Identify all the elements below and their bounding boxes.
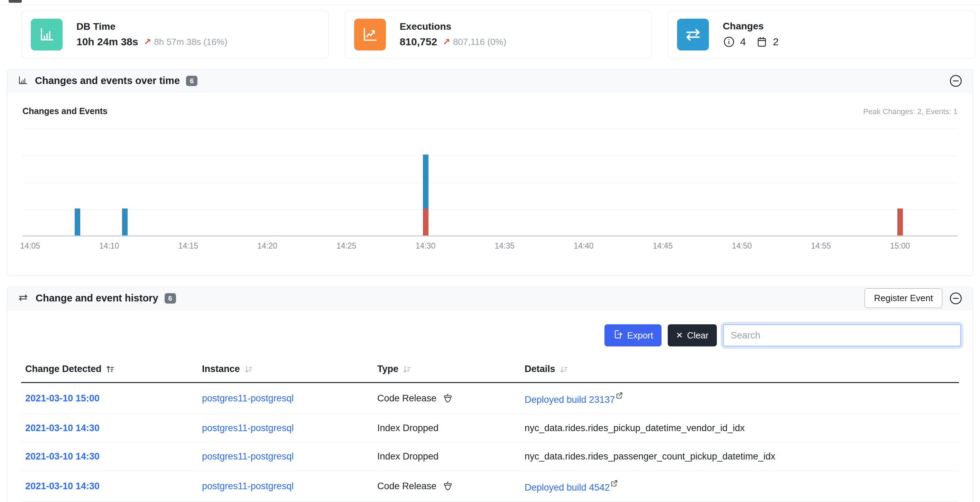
count-badge: 6: [165, 293, 176, 303]
x-tick-label: 14:25: [336, 241, 356, 251]
card-value: 10h 24m 38s: [76, 36, 138, 48]
chart-gridline: [22, 129, 958, 129]
card-title: DB Time: [76, 21, 228, 32]
bar-chart-icon: [31, 19, 63, 51]
collapse-panel-button[interactable]: [948, 291, 963, 306]
stat-card-executions: Executions 810,752 ↗ 807,116 (0%): [345, 11, 652, 59]
panel-header: Change and event history 6 Register Even…: [7, 287, 973, 310]
chart-title: Changes and Events: [22, 106, 108, 116]
change-bar: [423, 154, 428, 208]
change-detected-link[interactable]: 2021-03-10 14:30: [25, 423, 100, 433]
column-label: Instance: [202, 364, 240, 375]
collapse-panel-button[interactable]: [948, 74, 963, 88]
x-tick-label: 15:00: [890, 241, 910, 251]
chart-area: Changes and Events Peak Changes: 2, Even…: [7, 106, 973, 259]
table-row: 2021-03-10 14:30postgres11-postgresqlCod…: [21, 471, 959, 502]
card-title: Executions: [400, 21, 506, 32]
scrollbar-fragment: [9, 0, 22, 3]
change-detected-link[interactable]: 2021-03-10 14:30: [25, 481, 100, 491]
panel-change-history: Change and event history 6 Register Even…: [7, 287, 973, 502]
close-icon: ✕: [676, 330, 683, 340]
x-tick-label: 14:35: [495, 241, 515, 251]
x-tick-label: 14:45: [653, 241, 673, 251]
column-header-details[interactable]: Details: [520, 358, 959, 383]
line-chart-icon: [354, 19, 386, 51]
chart-gridline: [22, 183, 958, 183]
register-event-button[interactable]: Register Event: [864, 288, 942, 308]
sort-asc-icon: [105, 364, 115, 374]
trend-up-icon: ↗: [143, 37, 151, 48]
change-detected-link[interactable]: 2021-03-10 14:30: [25, 451, 100, 462]
type-cell: Index Dropped: [377, 451, 516, 462]
stat-cards-row: DB Time 10h 24m 38s ↗ 8h 57m 38s (16%) E…: [21, 11, 975, 59]
table-controls: Export ✕ Clear: [7, 310, 973, 346]
details-link[interactable]: Deployed build 4542: [525, 482, 610, 492]
table-header-row: Change Detected Instance Type Details: [21, 358, 959, 383]
chart-plot: [22, 129, 958, 237]
history-table-wrap: Change Detected Instance Type Details 20…: [7, 346, 973, 502]
sort-desc-icon: [402, 364, 412, 374]
export-label: Export: [627, 330, 653, 341]
table-row: 2021-03-10 14:30postgres11-postgresqlInd…: [21, 443, 959, 471]
instance-link[interactable]: postgres11-postgresql: [202, 423, 294, 433]
info-count: 4: [740, 36, 746, 48]
panel-header: Changes and events over time 6: [7, 70, 973, 92]
panel-title: Changes and events over time: [35, 75, 180, 86]
table-row: 2021-03-10 14:30postgres11-postgresqlInd…: [21, 414, 959, 443]
card-trend: ↗ 8h 57m 38s (16%): [143, 37, 227, 48]
chart-gridline: [22, 156, 958, 156]
column-header-instance[interactable]: Instance: [198, 358, 373, 383]
type-label: Index Dropped: [377, 451, 439, 462]
stat-card-changes: Changes 4 2: [668, 11, 975, 59]
column-label: Type: [377, 364, 398, 375]
card-value: 810,752: [400, 36, 437, 48]
x-tick-label: 14:10: [99, 241, 119, 251]
x-tick-label: 14:15: [178, 241, 199, 251]
panel-changes-over-time: Changes and events over time 6 Changes a…: [7, 69, 973, 276]
change-bar: [122, 208, 127, 235]
chart-gridline: [22, 210, 958, 210]
x-tick-label: 14:30: [416, 241, 436, 251]
type-label: Index Dropped: [377, 423, 439, 434]
search-input[interactable]: [723, 324, 961, 346]
stat-card-db-time: DB Time 10h 24m 38s ↗ 8h 57m 38s (16%): [21, 11, 329, 59]
column-header-change-detected[interactable]: Change Detected: [21, 358, 198, 383]
count-badge: 6: [186, 76, 197, 86]
instance-link[interactable]: postgres11-postgresql: [202, 481, 294, 491]
type-cell: Index Dropped: [377, 423, 516, 434]
x-tick-label: 14:20: [257, 241, 277, 251]
export-button[interactable]: Export: [605, 324, 662, 346]
type-cell: Code Release: [377, 481, 516, 492]
details-link[interactable]: Deployed build 23137: [525, 394, 615, 405]
table-row: 2021-03-10 15:00postgres11-postgresqlCod…: [21, 383, 959, 414]
x-tick-label: 14:05: [20, 241, 40, 251]
calendar-count: 2: [773, 36, 779, 48]
chart-x-axis: 14:0514:1014:1514:2014:2514:3014:3514:40…: [22, 241, 958, 259]
column-label: Details: [525, 364, 555, 375]
trend-up-icon: ↗: [442, 37, 450, 48]
clear-button[interactable]: ✕ Clear: [668, 324, 717, 346]
swap-arrows-small-icon: [17, 291, 29, 305]
change-bar: [75, 208, 80, 235]
instance-link[interactable]: postgres11-postgresql: [202, 393, 294, 404]
page-top-divider: [0, 5, 980, 5]
export-icon: [613, 329, 623, 342]
type-label: Code Release: [377, 393, 436, 404]
bar-chart-small-icon: [17, 74, 29, 87]
chart-peak-label: Peak Changes: 2, Events: 1: [863, 107, 958, 116]
clear-label: Clear: [687, 330, 708, 341]
details-text: nyc_data.rides.rides_pickup_datetime_ven…: [525, 423, 745, 433]
history-table: Change Detected Instance Type Details 20…: [21, 358, 959, 502]
acorn-icon: [442, 393, 454, 405]
external-link-icon: [616, 392, 623, 399]
instance-link[interactable]: postgres11-postgresql: [202, 451, 294, 462]
column-label: Change Detected: [25, 364, 102, 375]
event-bar: [897, 208, 903, 235]
column-header-type[interactable]: Type: [373, 358, 520, 383]
swap-arrows-icon: [677, 19, 709, 51]
x-tick-label: 14:40: [574, 241, 594, 251]
details-text: nyc_data.rides.rides_passenger_count_pic…: [525, 451, 775, 462]
change-detected-link[interactable]: 2021-03-10 15:00: [25, 393, 100, 404]
external-link-icon: [610, 480, 618, 487]
acorn-icon: [442, 481, 454, 492]
